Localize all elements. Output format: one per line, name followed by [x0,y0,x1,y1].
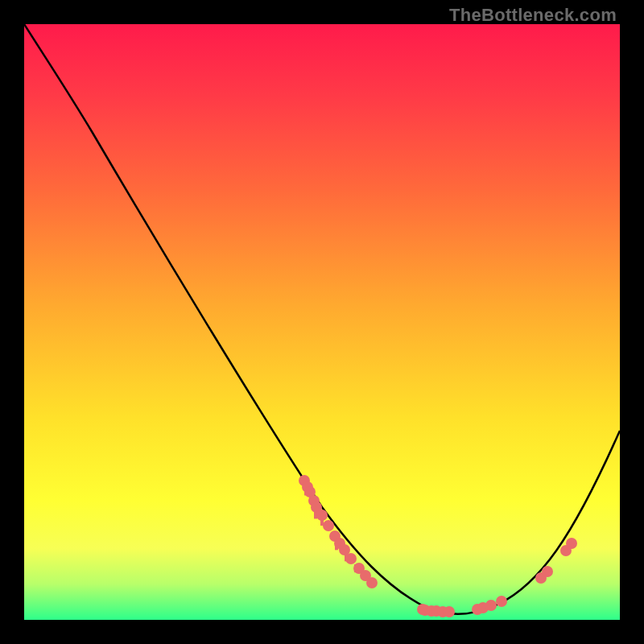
data-point [316,510,328,521]
data-point [566,538,577,549]
data-point [542,566,553,577]
data-point [366,577,378,588]
data-point [485,600,497,611]
chart-frame [24,24,620,620]
data-point [496,596,507,607]
point-group [299,475,577,617]
data-point [345,553,357,564]
chart-svg [24,24,620,620]
data-point [444,606,455,617]
data-point [323,520,334,531]
watermark-text: TheBottleneck.com [449,5,617,26]
